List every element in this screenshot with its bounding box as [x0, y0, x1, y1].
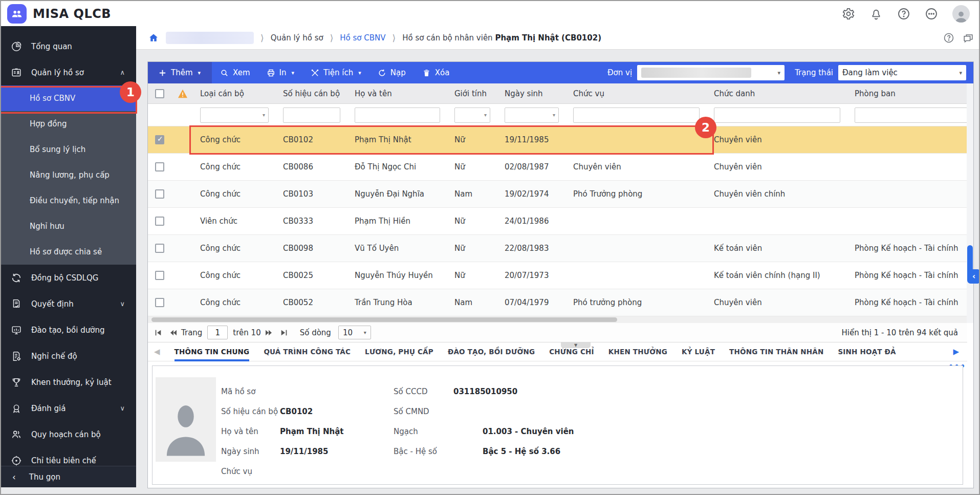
sidebar-item-nghi-che-do[interactable]: Nghỉ chế độ: [1, 343, 136, 369]
filter-ngay-sinh-select[interactable]: ▾: [505, 107, 559, 123]
filter-chuc-vu-input[interactable]: [573, 107, 700, 123]
row-checkbox[interactable]: [155, 298, 164, 307]
row-checkbox[interactable]: [155, 271, 164, 280]
filter-phong-ban-input[interactable]: [855, 107, 974, 123]
splitter-handle[interactable]: ▼: [561, 342, 591, 348]
tab-thong-tin-chung[interactable]: THÔNG TIN CHUNG: [167, 342, 257, 361]
tabs-scroll-left-icon[interactable]: ◀: [154, 347, 160, 356]
sidebar-item-tong-quan[interactable]: Tổng quan: [1, 33, 136, 59]
table-row[interactable]: Công chức CB0103 Nguyễn Đại Nghĩa Nam 19…: [148, 181, 974, 208]
tab-ky-luat[interactable]: KỶ LUẬT: [674, 342, 722, 361]
sidebar-item-quan-ly-ho-so[interactable]: Quản lý hồ sơ ∧: [1, 59, 136, 85]
page-input[interactable]: [207, 326, 228, 339]
sidebar-item-nang-luong[interactable]: Nâng lương, phụ cấp: [1, 162, 136, 188]
employee-photo-placeholder[interactable]: [156, 377, 216, 462]
filter-loai-can-bo-select[interactable]: ▾: [200, 107, 269, 123]
sidebar-item-dieu-chuyen[interactable]: Điều chuyển, tiếp nhận: [1, 188, 136, 213]
rows-per-page-select[interactable]: 10 ▾: [338, 326, 371, 339]
column-header[interactable]: Giới tính: [448, 89, 498, 98]
more-icon[interactable]: [925, 7, 938, 20]
select-all-checkbox[interactable]: [155, 89, 164, 98]
trophy-icon: [11, 377, 22, 388]
table-row[interactable]: Công chức CB0052 Trần Trung Hòa Nam 07/0…: [148, 289, 974, 316]
help-icon[interactable]: [943, 32, 954, 44]
sidebar-item-bo-sung-ly-lich[interactable]: Bổ sung lý lịch: [1, 137, 136, 162]
horizontal-scrollbar-thumb[interactable]: [151, 317, 617, 322]
row-checkbox[interactable]: [155, 244, 164, 253]
column-header[interactable]: Số hiệu cán bộ: [277, 89, 349, 98]
filter-gioi-tinh-select[interactable]: ▾: [454, 107, 490, 123]
column-header[interactable]: Chức danh: [708, 89, 848, 98]
table-row[interactable]: Viên chức CB0333 Phạm Thị Hiền Nữ 24/01/…: [148, 208, 974, 235]
monitor-chart-icon: [11, 325, 22, 336]
tab-luong-phu-cap[interactable]: LƯƠNG, PHỤ CẤP: [358, 342, 441, 361]
previous-page-icon[interactable]: [169, 329, 178, 337]
table-row[interactable]: Công chức CB0102 Phạm Thị Nhật Nữ 19/11/…: [148, 126, 974, 154]
load-button[interactable]: Nạp: [369, 62, 414, 83]
tabs-scroll-right-icon[interactable]: ▶: [953, 347, 967, 356]
tab-thong-tin-than-nhan[interactable]: THÔNG TIN THÂN NHÂN: [722, 342, 831, 361]
unit-select[interactable]: ▾: [637, 65, 785, 80]
filter-ho-ten-input[interactable]: [355, 107, 440, 123]
vertical-scrollbar[interactable]: [967, 83, 973, 323]
sidebar-item-ho-so-cbnv[interactable]: Hồ sơ CBNV: [1, 85, 136, 111]
breadcrumb-section[interactable]: Quản lý hồ sơ: [271, 33, 323, 42]
filter-chuc-danh-input[interactable]: [714, 107, 840, 123]
row-checkbox[interactable]: [155, 217, 164, 226]
tab-khen-thuong[interactable]: KHEN THƯỞNG: [601, 342, 674, 361]
column-header[interactable]: Loại cán bộ: [194, 89, 277, 98]
tab-sinh-hoat-dang[interactable]: SINH HOẠT ĐẢ: [831, 342, 903, 361]
page-label: Trang: [181, 328, 202, 337]
settings-icon[interactable]: [842, 7, 855, 20]
next-page-icon[interactable]: [265, 329, 273, 337]
feedback-chat-icon[interactable]: [963, 32, 974, 44]
reload-icon: [378, 69, 386, 77]
person-silhouette-icon: [164, 400, 208, 462]
filter-so-hieu-input[interactable]: [283, 107, 340, 123]
first-page-icon[interactable]: [154, 329, 162, 337]
breadcrumb-redacted-item[interactable]: [166, 32, 254, 44]
sidebar-collapse-button[interactable]: ‹ Thu gọn: [1, 466, 136, 487]
collapse-panel-button[interactable]: ‹: [968, 269, 980, 284]
detail-right-column: Số CCCD031185010950 Số CMND Ngạch01.003 …: [394, 381, 629, 461]
column-header[interactable]: Họ và tên: [349, 89, 448, 98]
document-check-icon: [11, 298, 22, 310]
row-checkbox[interactable]: [155, 162, 164, 171]
sidebar-item-dong-bo-csdlqg[interactable]: Đồng bộ CSDLQG: [1, 265, 136, 291]
print-button[interactable]: In ▾: [258, 62, 302, 83]
sidebar-item-nghi-huu[interactable]: Nghỉ hưu: [1, 213, 136, 239]
column-header[interactable]: Chức vụ: [567, 89, 708, 98]
home-icon[interactable]: [148, 33, 159, 43]
table-header: Loại cán bộ Số hiệu cán bộ Họ và tên Giớ…: [148, 83, 974, 104]
sidebar-item-ho-so-chia-se[interactable]: Hồ sơ được chia sẻ: [1, 239, 136, 265]
sidebar-item-danh-gia[interactable]: Đánh giá ∨: [1, 395, 136, 421]
add-button[interactable]: Thêm ▾: [148, 62, 212, 83]
row-checkbox-checked[interactable]: [155, 135, 164, 144]
table-row[interactable]: Công chức CB0025 Nguyễn Thúy Huyền Nữ 20…: [148, 262, 974, 289]
column-header[interactable]: Ngày sinh: [498, 89, 567, 98]
breadcrumb-separator: ⟩: [330, 33, 334, 43]
sidebar-item-hop-dong[interactable]: Hợp đồng: [1, 111, 136, 137]
notifications-icon[interactable]: [869, 7, 883, 20]
tab-qua-trinh-cong-tac[interactable]: QUÁ TRÌNH CÔNG TÁC: [256, 342, 358, 361]
help-icon[interactable]: [897, 7, 910, 20]
table-row[interactable]: Công chức CB0086 Đỗ Thị Ngọc Chi Nữ 02/0…: [148, 154, 974, 181]
row-checkbox[interactable]: [155, 189, 164, 199]
avatar[interactable]: [952, 5, 970, 23]
sidebar-item-quy-hoach[interactable]: Quy hoạch cán bộ: [1, 421, 136, 447]
view-button[interactable]: Xem: [212, 62, 258, 83]
tab-dao-tao-boi-duong[interactable]: ĐÀO TẠO, BỒI DƯỠNG: [441, 342, 542, 361]
delete-button[interactable]: Xóa: [414, 62, 458, 83]
sidebar-item-dao-tao[interactable]: Đào tạo, bồi dưỡng: [1, 317, 136, 343]
chevron-left-icon: ‹: [12, 472, 16, 482]
sidebar-item-khen-thuong[interactable]: Khen thưởng, kỷ luật: [1, 369, 136, 395]
sidebar-item-quyet-dinh[interactable]: Quyết định ∨: [1, 291, 136, 317]
status-select[interactable]: Đang làm việc ▾: [838, 65, 966, 80]
table-row[interactable]: Công chức CB0098 Vũ Tố Uyên Nữ 22/08/198…: [148, 235, 974, 262]
last-page-icon[interactable]: [280, 329, 288, 337]
breadcrumb-page-link[interactable]: Hồ sơ CBNV: [340, 33, 385, 42]
horizontal-scrollbar[interactable]: [148, 316, 967, 323]
utility-button[interactable]: Tiện ích ▾: [302, 62, 369, 83]
column-header[interactable]: Phòng ban: [848, 89, 974, 98]
app-logo[interactable]: MISA QLCB: [1, 4, 111, 24]
